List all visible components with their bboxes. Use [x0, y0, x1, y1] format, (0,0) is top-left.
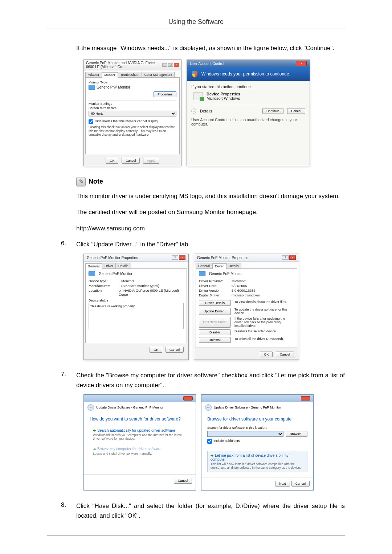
roll-back-driver-button[interactable]: Roll Back Driver [199, 317, 231, 328]
manufacturer-label: Manufacturer: [89, 284, 121, 288]
tab-monitor[interactable]: Monitor [102, 72, 118, 78]
update-driver-desc: To update the driver software for this d… [234, 308, 294, 315]
location-value: on NVIDIA GeForce 6600 LE (Microsoft Cor… [119, 288, 184, 296]
option-title: Let me pick from a list of device driver… [211, 454, 289, 461]
program-publisher: Microsoft Windows [207, 96, 240, 100]
step-6-text: Click "Update Driver..." in the "Driver"… [76, 240, 345, 249]
continue-button[interactable]: Continue [262, 108, 283, 114]
option-desc: Windows will search your computer and th… [93, 433, 187, 440]
option-desc: Locate and install driver software manua… [93, 452, 187, 455]
tab-general[interactable]: General [196, 263, 212, 268]
step-number: 7. [61, 371, 69, 390]
program-icon [193, 92, 203, 100]
disable-button[interactable]: Disable [199, 329, 231, 335]
ok-button[interactable]: OK [150, 347, 162, 353]
ok-button[interactable]: OK [260, 352, 273, 357]
option-desc: This list will show installed driver sof… [211, 462, 304, 469]
tab-adapter[interactable]: Adapter [85, 72, 102, 77]
back-button[interactable]: ← [87, 404, 94, 411]
close-icon[interactable]: × [296, 61, 307, 66]
program-name: Device Properties [207, 92, 240, 96]
update-driver-button[interactable]: Update Driver... [199, 308, 231, 315]
monitor-properties-dialog: Generic PnP Monitor and NVIDIA GeForce 6… [83, 59, 181, 166]
monitor-type-label: Monitor Type [89, 81, 176, 84]
cancel-button[interactable]: Cancel [287, 108, 305, 114]
close-icon[interactable] [183, 396, 193, 401]
properties-driver-dialog: Generic PnP Monitor Properties ? × Gener… [194, 254, 299, 360]
path-combobox[interactable] [207, 431, 283, 437]
driver-details-button[interactable]: Driver Details [199, 300, 231, 306]
properties-general-dialog: Generic PnP Monitor Properties ? × Gener… [83, 254, 189, 360]
window-title: Generic PnP Monitor and NVIDIA GeForce 6… [86, 61, 162, 69]
manufacturer-value: (Standard monitor types) [121, 284, 159, 288]
uac-titlebar: User Account Control [190, 62, 224, 66]
tab-details[interactable]: Details [116, 263, 131, 268]
monitor-type-value: Generic PnP Monitor [97, 85, 130, 89]
option-browse-computer[interactable]: ➔Browse my computer for driver software … [90, 444, 190, 458]
back-button[interactable]: ← [205, 404, 212, 411]
option-title: Search automatically for updated driver … [97, 428, 175, 432]
include-subfolders-checkbox[interactable] [207, 439, 212, 444]
close-icon[interactable]: × [174, 63, 179, 67]
driver-version-value: 6.0.6000.16386 [232, 288, 256, 292]
refresh-rate-select[interactable]: 60 Hertz [89, 111, 176, 116]
driver-date-label: Driver Date: [199, 284, 232, 288]
window-title: Generic PnP Monitor Properties [197, 256, 248, 260]
tab-troubleshoot[interactable]: Troubleshoot [118, 72, 142, 77]
next-button[interactable]: Next [275, 481, 290, 487]
device-status-label: Device status [89, 299, 184, 302]
properties-button[interactable]: Properties [154, 91, 176, 97]
hide-modes-checkbox[interactable] [89, 119, 93, 124]
monitor-icon [199, 271, 205, 276]
driver-provider-label: Driver Provider: [199, 279, 232, 283]
driver-version-label: Driver Version: [199, 288, 232, 292]
arrow-icon: ➔ [93, 428, 96, 432]
tab-general[interactable]: General [85, 263, 102, 269]
close-icon[interactable]: × [289, 255, 296, 260]
option-search-automatically[interactable]: ➔Search automatically for updated driver… [90, 426, 190, 443]
window-title: Generic PnP Monitor Properties [87, 256, 138, 260]
device-status-box: This device is working properly. [89, 303, 184, 329]
driver-date-value: 6/21/2006 [232, 284, 247, 288]
close-icon[interactable] [301, 396, 310, 401]
chevron-down-icon[interactable]: ⌄ [191, 108, 196, 114]
shield-icon [191, 70, 199, 78]
browse-button[interactable]: Browse... [286, 431, 307, 437]
wizard-heading: Browse for driver software on your compu… [207, 416, 307, 422]
hide-modes-label: Hide modes that this monitor cannot disp… [95, 119, 158, 123]
update-driver-wizard-search: ← Update Driver Software - Generic PnP M… [83, 394, 196, 491]
update-driver-wizard-browse: ← Update Driver Software - Generic PnP M… [201, 394, 314, 491]
cancel-button[interactable]: Cancel [291, 481, 310, 487]
cancel-button[interactable]: Cancel [166, 347, 184, 353]
tab-driver[interactable]: Driver [102, 263, 116, 268]
arrow-icon: ➔ [93, 447, 96, 451]
include-subfolders-label: Include subfolders [213, 439, 240, 443]
details-link[interactable]: Details [200, 109, 259, 113]
step-number: 6. [61, 240, 69, 249]
monitor-settings-label: Monitor Settings [89, 100, 176, 106]
tab-driver[interactable]: Driver [212, 263, 226, 269]
help-icon[interactable]: ? [172, 255, 178, 260]
minimize-icon[interactable]: _ [162, 63, 167, 67]
apply-button[interactable]: Apply [143, 158, 159, 164]
tab-details[interactable]: Details [226, 263, 241, 268]
help-icon[interactable]: ? [282, 255, 289, 260]
note-p1: This monitor driver is under certifying … [76, 192, 345, 201]
page-title: Using the Software [47, 18, 345, 29]
cancel-button[interactable]: Cancel [122, 158, 140, 164]
option-let-me-pick[interactable]: ➔Let me pick from a list of device drive… [207, 451, 307, 472]
cancel-button[interactable]: Cancel [174, 478, 192, 484]
driver-details-desc: To view details about the driver files. [234, 300, 294, 306]
uninstall-button[interactable]: Uninstall [199, 337, 231, 343]
tab-color-management[interactable]: Color Management [142, 72, 175, 77]
wizard-breadcrumb: Update Driver Software - Generic PnP Mon… [96, 406, 163, 409]
note-p2: The certified driver will be posted on S… [76, 208, 345, 217]
cancel-button[interactable]: Cancel [276, 352, 294, 357]
arrow-icon: ➔ [211, 454, 213, 457]
uac-instruction: If you started this action, continue. [191, 85, 305, 89]
maximize-icon[interactable]: □ [168, 63, 173, 67]
close-icon[interactable]: × [179, 255, 185, 260]
disable-desc: Disables the selected device. [234, 329, 294, 335]
ok-button[interactable]: OK [106, 158, 118, 164]
intro-paragraph: If the message "Windows needs..." is dis… [76, 44, 345, 53]
